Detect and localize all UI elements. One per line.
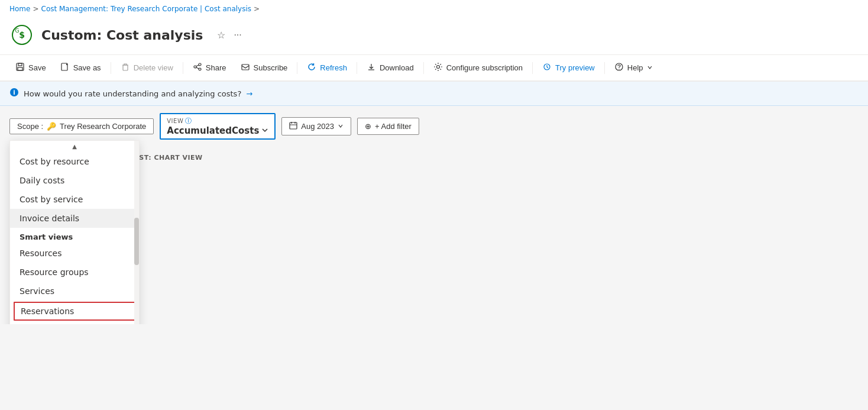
- share-button[interactable]: Share: [187, 59, 232, 77]
- try-preview-label: Try preview: [555, 63, 595, 72]
- save-as-button[interactable]: Save as: [54, 59, 107, 77]
- delete-view-label: Delete view: [134, 63, 173, 72]
- subscribe-icon: [241, 62, 250, 73]
- info-banner-icon: i: [9, 88, 19, 99]
- configure-subscription-label: Configure subscription: [446, 63, 523, 72]
- svg-rect-5: [18, 67, 22, 70]
- download-label: Download: [380, 63, 414, 72]
- scrollbar-thumb[interactable]: [134, 218, 139, 265]
- scope-selector[interactable]: Scope : 🔑 Trey Research Corporate: [9, 118, 154, 134]
- more-icon: ···: [234, 30, 241, 40]
- header-actions: ☆ ···: [215, 27, 244, 43]
- divider-7: [604, 62, 605, 74]
- refresh-label: Refresh: [320, 63, 347, 72]
- save-label: Save: [28, 63, 46, 72]
- svg-point-15: [618, 69, 619, 69]
- date-chevron-icon: [338, 122, 344, 131]
- view-dropdown-trigger[interactable]: VIEW ⓘ AccumulatedCosts: [160, 113, 276, 140]
- configure-icon: [433, 62, 443, 73]
- dropdown-item-invoice-details[interactable]: Invoice details: [10, 209, 139, 228]
- more-options-button[interactable]: ···: [231, 27, 244, 43]
- help-button[interactable]: Help: [608, 59, 659, 77]
- toolbar: Save Save as Delete view Share Subscribe…: [0, 55, 868, 82]
- controls-bar: Scope : 🔑 Trey Research Corporate VIEW ⓘ…: [0, 106, 868, 147]
- breadcrumb-home[interactable]: Home: [9, 5, 30, 13]
- pin-icon: ☆: [217, 30, 225, 41]
- svg-point-10: [194, 66, 196, 68]
- add-filter-label: + Add filter: [375, 122, 412, 131]
- breadcrumb: Home > Cost Management: Trey Research Co…: [0, 0, 868, 18]
- divider-4: [357, 62, 357, 74]
- info-banner-link[interactable]: →: [246, 89, 252, 98]
- pin-button[interactable]: ☆: [215, 27, 228, 43]
- delete-view-button[interactable]: Delete view: [115, 59, 179, 77]
- info-banner: i How would you rate understanding and a…: [0, 82, 868, 106]
- dropdown-section-smart-views: Smart views: [10, 228, 139, 244]
- refresh-button[interactable]: Refresh: [301, 59, 353, 77]
- delete-icon: [121, 62, 130, 73]
- filter-icon: ⊕: [365, 122, 371, 131]
- date-selector[interactable]: Aug 2023: [281, 117, 351, 135]
- svg-text:G: G: [15, 28, 20, 34]
- breadcrumb-cost-management[interactable]: Cost Management: Trey Research Corporate…: [41, 5, 252, 13]
- try-preview-button[interactable]: Try preview: [536, 59, 601, 77]
- divider-5: [423, 62, 424, 74]
- svg-text:i: i: [13, 89, 15, 96]
- svg-rect-7: [123, 65, 128, 70]
- scope-value: Trey Research Corporate: [60, 122, 146, 131]
- breadcrumb-sep2: >: [254, 5, 260, 13]
- divider-1: [111, 62, 111, 74]
- view-info-icon: ⓘ: [185, 117, 192, 125]
- breadcrumb-sep1: >: [33, 5, 38, 13]
- view-dropdown-menu: ▲ Cost by resource Daily costs Cost by s…: [9, 140, 140, 324]
- view-dropdown-value: AccumulatedCosts: [167, 125, 268, 136]
- scroll-down-button[interactable]: ▼: [10, 322, 139, 324]
- dropdown-item-resources[interactable]: Resources: [10, 244, 139, 263]
- page-title: Custom: Cost analysis: [41, 28, 203, 43]
- svg-point-8: [199, 63, 201, 66]
- svg-rect-11: [242, 64, 249, 70]
- download-button[interactable]: Download: [361, 59, 420, 77]
- share-label: Share: [206, 63, 226, 72]
- dropdown-item-daily-costs[interactable]: Daily costs: [10, 171, 139, 190]
- svg-point-12: [436, 66, 439, 69]
- divider-2: [183, 62, 183, 74]
- share-icon: [193, 62, 202, 73]
- save-as-icon: [60, 62, 70, 73]
- view-chevron-icon: [261, 125, 268, 136]
- scroll-up-button[interactable]: ▲: [10, 141, 139, 152]
- preview-icon: [542, 62, 552, 73]
- info-banner-text: How would you rate understanding and ana…: [24, 89, 241, 98]
- add-filter-button[interactable]: ⊕ + Add filter: [357, 118, 419, 135]
- dropdown-item-services[interactable]: Services: [10, 282, 139, 301]
- subscribe-button[interactable]: Subscribe: [235, 59, 294, 77]
- svg-point-9: [199, 68, 201, 70]
- scroll-up-icon: ▲: [72, 143, 77, 150]
- save-button[interactable]: Save: [9, 59, 52, 77]
- dropdown-item-cost-by-service[interactable]: Cost by service: [10, 190, 139, 209]
- divider-6: [532, 62, 533, 74]
- scrollbar-track: [134, 141, 139, 324]
- save-icon: [15, 62, 25, 73]
- dropdown-item-resource-groups[interactable]: Resource groups: [10, 263, 139, 282]
- scope-label-text: Scope :: [17, 122, 43, 131]
- svg-rect-18: [290, 122, 297, 129]
- configure-subscription-button[interactable]: Configure subscription: [427, 59, 529, 77]
- subscribe-label: Subscribe: [254, 63, 288, 72]
- info-banner-arrow: →: [246, 89, 252, 98]
- divider-3: [297, 62, 297, 74]
- save-as-label: Save as: [73, 63, 101, 72]
- key-icon: 🔑: [47, 122, 56, 131]
- dropdown-item-reservations[interactable]: Reservations: [14, 302, 135, 321]
- page-header: $ G Custom: Cost analysis ☆ ···: [0, 18, 868, 55]
- download-icon: [367, 62, 376, 73]
- dropdown-item-cost-by-resource[interactable]: Cost by resource: [10, 152, 139, 171]
- view-dropdown-label: VIEW ⓘ: [167, 117, 192, 125]
- calendar-icon: [289, 121, 297, 131]
- help-chevron-icon: [647, 63, 653, 72]
- date-value: Aug 2023: [301, 122, 334, 131]
- help-icon: [614, 62, 624, 73]
- page-icon: $ G: [9, 22, 34, 47]
- help-label: Help: [627, 63, 643, 72]
- refresh-icon: [307, 62, 316, 73]
